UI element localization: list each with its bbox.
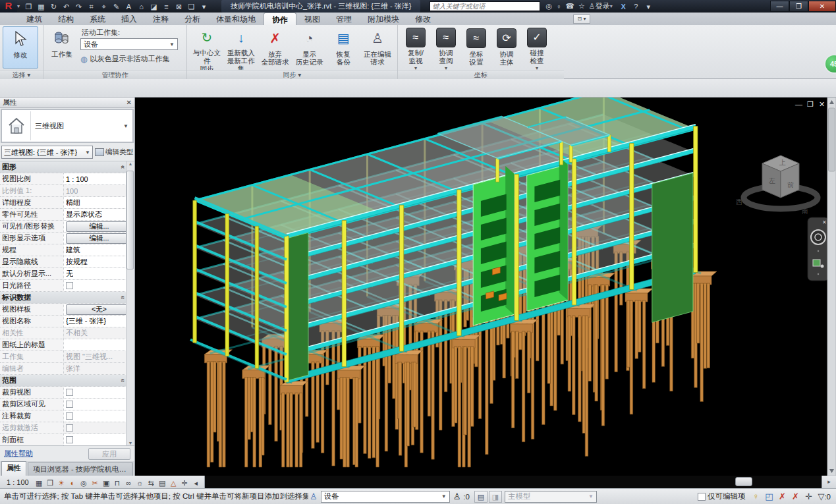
signin-caret-icon[interactable]: ▾: [610, 3, 613, 9]
design-option-select[interactable]: 主模型▼: [505, 491, 597, 503]
scrollbar-corner[interactable]: ▸: [822, 476, 836, 488]
infocenter-search-input[interactable]: [430, 1, 540, 11]
select-links-icon[interactable]: ◰: [762, 491, 775, 501]
minimize-button[interactable]: —: [770, 1, 789, 12]
copy-monitor-button[interactable]: ≈ 复制/监视 ▾: [401, 26, 431, 69]
app-menu-button[interactable]: R: [0, 0, 17, 13]
switch-windows-icon[interactable]: ❏: [186, 1, 197, 12]
analytical-model-icon[interactable]: △: [168, 477, 179, 488]
property-value[interactable]: [63, 399, 134, 410]
active-workset-select[interactable]: 设备▼: [80, 38, 178, 50]
tab-analyze[interactable]: 分析: [177, 13, 208, 25]
tab-view[interactable]: 视图: [296, 13, 328, 25]
panel-display-toggle[interactable]: ⊡ ▾: [573, 14, 590, 24]
help-icon[interactable]: ?: [630, 1, 642, 12]
tab-modify[interactable]: 修改: [407, 13, 439, 25]
property-value[interactable]: 按规程: [63, 256, 134, 267]
search-icon[interactable]: ◎: [545, 2, 552, 11]
section-icon[interactable]: ◪: [148, 1, 159, 12]
help-caret-icon[interactable]: ▾: [643, 1, 654, 12]
show-crop-icon[interactable]: ▣: [101, 477, 112, 488]
tab-insert[interactable]: 插入: [113, 13, 145, 25]
app-menu-arrow-icon[interactable]: ▾: [17, 3, 20, 9]
select-panel-label[interactable]: 选择 ▾: [0, 70, 43, 79]
view-window-controls[interactable]: —❐✕: [795, 100, 825, 108]
property-checkbox[interactable]: [66, 282, 73, 289]
gray-inactive-worksets-toggle[interactable]: ◍ 以灰色显示非活动工作集: [80, 54, 178, 64]
signin-person-icon[interactable]: ♙: [589, 2, 596, 11]
tab-massing-site[interactable]: 体量和场地: [208, 13, 264, 25]
modify-button[interactable]: 修改: [3, 26, 38, 69]
reload-latest-button[interactable]: ↓ 重新载入最新工作集: [224, 26, 258, 69]
restore-button[interactable]: ❐: [789, 1, 808, 12]
rendering-dialog-icon[interactable]: ◎: [78, 477, 90, 488]
properties-help-link[interactable]: 属性帮助: [4, 449, 33, 459]
editable-only-checkbox[interactable]: [698, 493, 706, 501]
properties-scrollbar[interactable]: ▲▼: [126, 161, 134, 445]
tab-systems[interactable]: 系统: [82, 13, 113, 25]
tab-collaborate[interactable]: 协作: [264, 13, 296, 25]
property-value[interactable]: {三维 - 张洋}: [63, 316, 134, 327]
redo-icon[interactable]: ↷: [73, 1, 84, 12]
tab-architecture[interactable]: 建筑: [18, 13, 50, 25]
undo-icon[interactable]: ↶: [61, 1, 72, 12]
editing-requests-button[interactable]: ♙ 正在编辑请求: [360, 26, 395, 69]
sync-with-central-button[interactable]: ↻ 与中心文件同步 ▾: [190, 26, 224, 69]
text-icon[interactable]: A: [123, 1, 134, 12]
property-checkbox[interactable]: [66, 401, 73, 408]
relinquish-all-button[interactable]: ✗ 放弃全部请求: [258, 26, 293, 69]
restore-backup-button[interactable]: ▤ 恢复备份: [326, 26, 360, 69]
properties-close-icon[interactable]: ✕: [126, 99, 132, 106]
model-3d-view[interactable]: 上左前西南✕—❐✕: [135, 98, 836, 476]
qat-customize-icon[interactable]: ▾: [198, 1, 209, 12]
viewcube[interactable]: 上左前西南: [736, 155, 818, 215]
coordination-host-button[interactable]: ⟳ 协调主体: [491, 26, 522, 69]
property-value[interactable]: 编辑...: [63, 233, 134, 244]
tab-addins[interactable]: 附加模块: [360, 13, 407, 25]
sync-central-icon[interactable]: ↻: [48, 1, 59, 12]
design-options-button[interactable]: ◨: [489, 491, 502, 503]
worksets-editable-icon[interactable]: ♀: [749, 491, 762, 501]
interference-check-button[interactable]: ✓ 碰撞检查 ▾: [522, 26, 552, 69]
displacement-icon[interactable]: ✛: [179, 477, 190, 488]
drag-on-selection-icon[interactable]: ✛: [802, 491, 815, 501]
visual-style-icon[interactable]: ❒: [45, 477, 56, 488]
communication-center-icon[interactable]: ☎: [565, 2, 574, 11]
worksets-button[interactable]: 工作集: [46, 26, 78, 69]
palette-tab-properties[interactable]: 属性: [1, 461, 26, 476]
vertical-scrollbar[interactable]: [827, 98, 836, 476]
temporary-hide-isolate-icon[interactable]: ∞: [123, 477, 134, 488]
close-hidden-windows-icon[interactable]: ⊠: [173, 1, 184, 12]
close-button[interactable]: ✕: [808, 1, 836, 12]
property-value[interactable]: [63, 422, 134, 434]
viewbar-expand-icon[interactable]: ◂: [190, 477, 202, 488]
lock-3d-view-icon[interactable]: ⊓: [112, 477, 123, 488]
worksharing-display-icon[interactable]: ⇆: [146, 477, 157, 488]
apply-button[interactable]: 应用: [88, 448, 130, 460]
property-value[interactable]: [63, 387, 134, 398]
tab-annotate[interactable]: 注释: [145, 13, 177, 25]
open-icon[interactable]: ❐: [23, 1, 34, 12]
exclude-pinned-icon[interactable]: ✗: [775, 491, 789, 501]
coordination-review-button[interactable]: ≈ 协调查阅 ▾: [431, 26, 461, 69]
property-value[interactable]: 精细: [63, 197, 134, 208]
filter-icon[interactable]: ▽: [818, 491, 824, 501]
properties-scrollbar-thumb[interactable]: [126, 171, 134, 269]
synchronize-panel-label[interactable]: 同步 ▾: [187, 70, 397, 79]
horizontal-scrollbar[interactable]: [205, 476, 822, 488]
property-value[interactable]: 张洋: [63, 363, 134, 374]
tab-structure[interactable]: 结构: [50, 13, 82, 25]
tab-manage[interactable]: 管理: [328, 13, 360, 25]
crop-view-icon[interactable]: ✂: [90, 477, 101, 488]
edit-type-button[interactable]: 编辑类型: [95, 148, 133, 157]
property-value[interactable]: 100: [63, 185, 134, 196]
show-history-button[interactable]: ◔ 显示历史记录: [292, 26, 326, 69]
property-value[interactable]: [63, 410, 134, 422]
property-value[interactable]: 1 : 100: [63, 173, 134, 184]
signin-label[interactable]: 登录: [596, 1, 610, 11]
property-value[interactable]: 编辑...: [63, 221, 134, 232]
favorites-icon[interactable]: ☆: [578, 2, 585, 11]
aligned-dimension-icon[interactable]: ⌖: [98, 1, 109, 12]
thin-lines-icon[interactable]: ≡: [161, 1, 172, 12]
drawing-area[interactable]: 上左前西南✕—❐✕: [135, 98, 836, 476]
